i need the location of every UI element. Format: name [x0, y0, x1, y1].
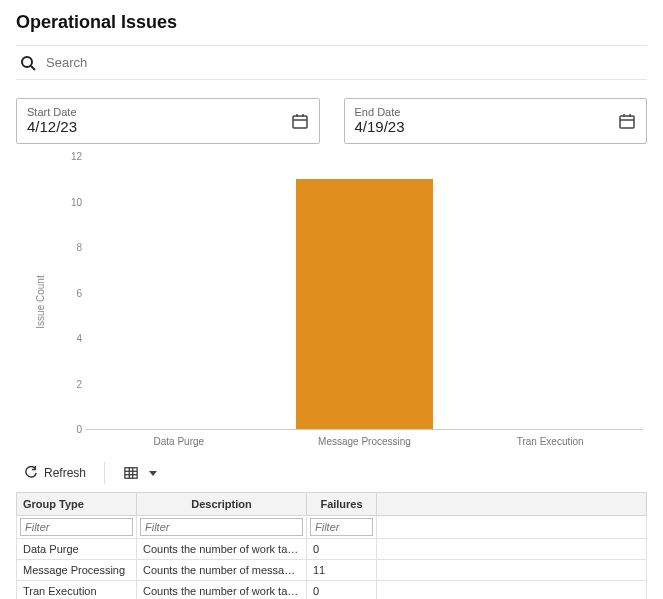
start-date-value: 4/12/23 — [27, 118, 291, 136]
cell-empty — [377, 539, 647, 560]
chevron-down-icon — [149, 471, 157, 476]
svg-rect-10 — [125, 468, 137, 479]
col-header-group[interactable]: Group Type — [17, 493, 137, 516]
end-date-value: 4/19/23 — [355, 118, 619, 136]
filter-group-input[interactable] — [20, 518, 133, 536]
chart-y-axis-label: Issue Count — [35, 275, 46, 328]
cell-description: Counts the number of messages that fa… — [137, 560, 307, 581]
cell-group-type[interactable]: Data Purge — [17, 539, 137, 560]
cell-failures: 11 — [307, 560, 377, 581]
chart-x-label: Tran Execution — [457, 432, 643, 452]
refresh-icon — [24, 466, 38, 480]
table-row: Data PurgeCounts the number of work task… — [17, 539, 647, 560]
cell-description: Counts the number of work tasks that f… — [137, 539, 307, 560]
table-row: Tran ExecutionCounts the number of work … — [17, 581, 647, 600]
chart-y-tick: 4 — [62, 333, 82, 344]
page-title: Operational Issues — [16, 12, 647, 33]
end-date-label: End Date — [355, 106, 619, 118]
chart-bar-slot — [272, 156, 458, 429]
svg-point-0 — [22, 57, 32, 67]
start-date-label: Start Date — [27, 106, 291, 118]
search-input[interactable] — [44, 54, 643, 71]
cell-failures: 0 — [307, 581, 377, 600]
end-date-field[interactable]: End Date 4/19/23 — [344, 98, 648, 144]
chart-bar[interactable] — [296, 179, 433, 429]
cell-description: Counts the number of work tasks that f… — [137, 581, 307, 600]
chart-bar-slot — [86, 156, 272, 429]
calendar-icon[interactable] — [618, 112, 636, 130]
chart-y-tick: 2 — [62, 378, 82, 389]
chart-bar-slot — [457, 156, 643, 429]
table-view-dropdown[interactable] — [115, 462, 165, 484]
col-header-fail[interactable]: Failures — [307, 493, 377, 516]
filter-fail-input[interactable] — [310, 518, 373, 536]
search-icon — [20, 55, 36, 71]
search-bar[interactable] — [16, 45, 647, 80]
filter-desc-input[interactable] — [140, 518, 303, 536]
table-filter-row — [17, 516, 647, 539]
svg-rect-6 — [620, 116, 634, 128]
issues-table: Group Type Description Failures Data Pur… — [16, 492, 647, 599]
table-icon — [123, 466, 139, 480]
svg-rect-2 — [293, 116, 307, 128]
table-header-row: Group Type Description Failures — [17, 493, 647, 516]
chart-y-tick: 0 — [62, 424, 82, 435]
cell-empty — [377, 560, 647, 581]
chart-y-tick: 6 — [62, 287, 82, 298]
cell-group-type[interactable]: Message Processing — [17, 560, 137, 581]
chart-y-tick: 10 — [62, 196, 82, 207]
table-row: Message ProcessingCounts the number of m… — [17, 560, 647, 581]
toolbar-divider — [104, 462, 105, 484]
cell-group-type[interactable]: Tran Execution — [17, 581, 137, 600]
refresh-button[interactable]: Refresh — [16, 462, 94, 484]
start-date-field[interactable]: Start Date 4/12/23 — [16, 98, 320, 144]
cell-empty — [377, 581, 647, 600]
cell-failures: 0 — [307, 539, 377, 560]
chart-x-label: Message Processing — [272, 432, 458, 452]
svg-line-1 — [31, 66, 35, 70]
chart-y-tick: 12 — [62, 151, 82, 162]
chart-x-label: Data Purge — [86, 432, 272, 452]
calendar-icon[interactable] — [291, 112, 309, 130]
col-header-empty — [377, 493, 647, 516]
chart-y-tick: 8 — [62, 242, 82, 253]
col-header-desc[interactable]: Description — [137, 493, 307, 516]
refresh-label: Refresh — [44, 466, 86, 480]
issues-bar-chart: Issue Count 024681012 Data PurgeMessage … — [16, 152, 647, 452]
